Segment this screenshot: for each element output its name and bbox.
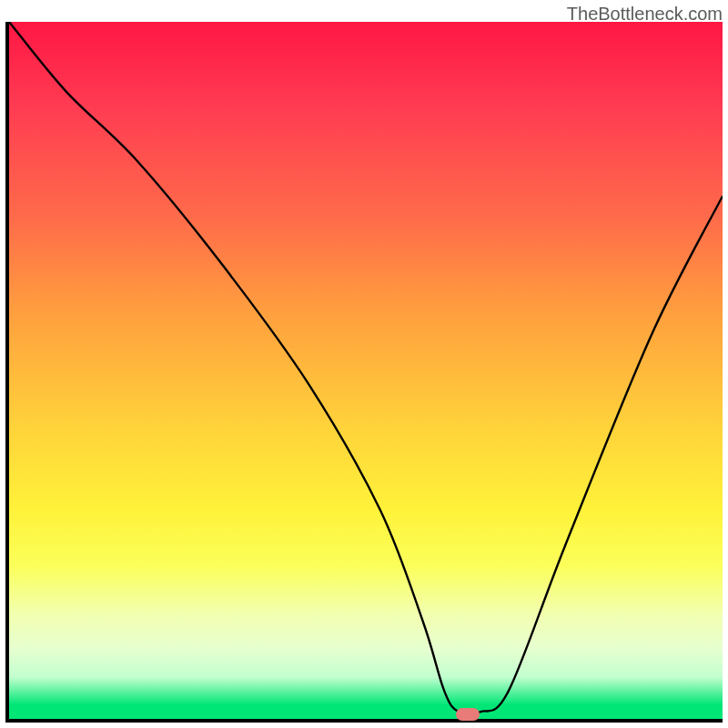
chart-gradient-fill xyxy=(9,22,723,719)
chart-plot-area xyxy=(5,22,723,723)
optimal-marker xyxy=(456,708,480,721)
watermark-text: TheBottleneck.com xyxy=(567,4,723,25)
